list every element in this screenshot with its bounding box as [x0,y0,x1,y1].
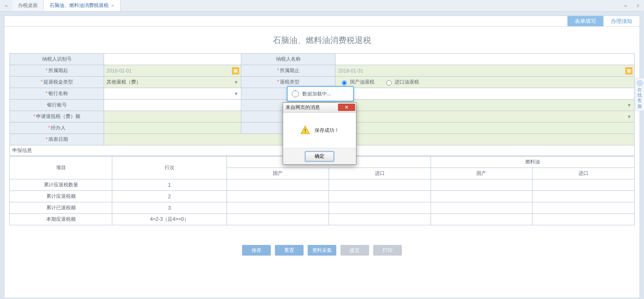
dialog-close-button[interactable]: ✕ [338,104,355,111]
input-ssqq[interactable]: 2018-01-01 ▦ [104,65,241,77]
label-yhmc-text: 银行名称 [48,91,68,96]
cell[interactable] [533,214,635,225]
label-sqtde: *申请退抵税（费）额 [10,111,104,122]
collect-button-label: 资料采集 [312,247,332,254]
cell[interactable] [227,202,329,214]
tab-menu-icon[interactable]: ≡ [632,0,644,11]
input-blank2[interactable] [336,122,635,134]
cell-row: 1 [112,179,227,191]
chevron-down-icon[interactable]: ▼ [234,91,239,97]
close-icon[interactable]: × [111,3,114,9]
dialog-message: 保存成功！ [315,127,339,134]
support-avatar-icon [637,80,643,86]
input-sqtde[interactable] [104,111,241,122]
table-row: 累计应退税数量 1 [10,179,635,191]
dialog-title-text: 来自网页的消息 [286,104,320,111]
tab-desktop[interactable]: 办税桌面 [12,0,44,11]
chevron-down-icon[interactable]: ▼ [627,114,632,120]
tab-current[interactable]: 石脑油、燃料油消费税退税 × [44,0,120,11]
sub-tab-form[interactable]: 表单填写 [567,16,603,26]
save-button-label: 保存 [252,247,261,254]
radio-import[interactable]: 进口油退税 [384,79,419,86]
select-blank1[interactable]: ▼ [336,111,635,122]
collect-button[interactable]: 资料采集 [308,245,336,256]
cell[interactable] [431,179,533,191]
print-button: 打印 [373,245,402,256]
cell[interactable] [329,214,431,225]
cell[interactable] [227,191,329,202]
label-ttsjlx-text: 提退税金类型 [43,79,73,85]
sub-tab-notice-label: 办理须知 [611,18,632,25]
sub-tab-notice[interactable]: 办理须知 [603,16,639,26]
radio-import-label: 进口油退税 [395,79,419,86]
cell-name: 本期应退税额 [10,214,112,225]
th-rly-jk: 进口 [533,168,635,179]
spinner-icon [292,90,299,97]
cell[interactable] [431,214,533,225]
cell[interactable] [431,191,533,202]
input-jbr[interactable] [104,122,241,134]
cell-row: 4=2-3（且4>=0） [112,214,227,225]
tab-scroll-right-icon[interactable]: » [619,0,632,11]
label-tbrq: *填表日期 [10,134,104,145]
value-ssqq: 2018-01-01 [107,68,132,74]
calendar-icon[interactable]: ▦ [625,67,633,75]
cell[interactable] [329,179,431,191]
table-row: 累计已退税额 3 [10,202,635,214]
tab-strip: « 办税桌面 石脑油、燃料油消费税退税 × » ≡ [0,0,644,11]
value-ssqz: 2018-01-31 [338,68,363,74]
message-dialog: 来自网页的消息 ✕ ! 保存成功！ 确定 [283,102,356,165]
cell[interactable] [227,179,329,191]
radio-domestic-input[interactable] [342,80,347,86]
table-row: 累计应退税额 2 [10,191,635,202]
page-title: 石脑油、燃料油消费税退税 [9,35,635,46]
online-support[interactable]: 在线客服 [635,78,644,111]
tab-desktop-label: 办税桌面 [18,2,38,9]
radio-import-input[interactable] [386,80,392,86]
reset-button-label: 重置 [284,247,294,254]
dialog-ok-button[interactable]: 确定 [305,152,334,161]
chevron-down-icon[interactable]: ▼ [627,102,632,108]
chevron-down-icon[interactable]: ▼ [234,79,239,85]
label-ssqq-text: 所属期起 [48,68,68,73]
cell[interactable] [329,202,431,214]
cell[interactable] [533,179,635,191]
radio-domestic[interactable]: 国产油退税 [340,79,374,86]
cell-name: 累计应退税额 [10,191,112,202]
close-icon: ✕ [345,104,349,110]
cell[interactable] [533,191,635,202]
calendar-icon[interactable]: ▦ [232,67,239,75]
cell[interactable] [329,191,431,202]
label-ssqq: *所属期起 [10,65,104,77]
dialog-body: ! 保存成功！ [283,113,356,148]
dialog-titlebar: 来自网页的消息 ✕ [283,103,356,113]
cell[interactable] [533,202,635,214]
data-table: 项目 行次 石脑油 燃料油 国产 进口 国产 进口 累计应退税数量 1 累计应退… [9,156,635,225]
cell-name: 累计已退税额 [10,202,112,214]
loading-text: 数据加载中... [302,91,331,97]
select-yhmc[interactable]: ▼ [104,88,241,100]
value-nsrsbh [104,54,241,65]
support-label: 在线客服 [637,87,642,109]
tab-scroll-left-icon[interactable]: « [0,0,12,11]
th-hc: 行次 [112,156,227,179]
label-yhmc: *银行名称 [10,88,104,100]
submit-button: 提交 [340,245,369,256]
th-rly: 燃料油 [431,156,635,168]
cell-row: 2 [112,191,227,202]
select-shi[interactable]: ▼ [336,100,635,111]
tab-current-label: 石脑油、燃料油消费税退税 [50,2,109,9]
label-ssqz-text: 所属期止 [280,68,299,73]
input-tbrq[interactable]: ▦ [104,134,635,145]
label-yhzh: 银行账号 [10,100,104,111]
label-jbr: *经办人 [10,122,104,134]
input-ssqz[interactable]: 2018-01-31 ▦ [336,65,635,77]
cell[interactable] [431,202,533,214]
value-yhzh [104,100,241,111]
cell[interactable] [227,214,329,225]
reset-button[interactable]: 重置 [275,245,304,256]
select-ttsjlx[interactable]: 其他退税（费） ▼ [104,77,241,88]
label-nsrmc: 纳税人名称 [241,54,336,65]
radio-domestic-label: 国产油退税 [350,79,374,86]
save-button[interactable]: 保存 [242,245,271,256]
